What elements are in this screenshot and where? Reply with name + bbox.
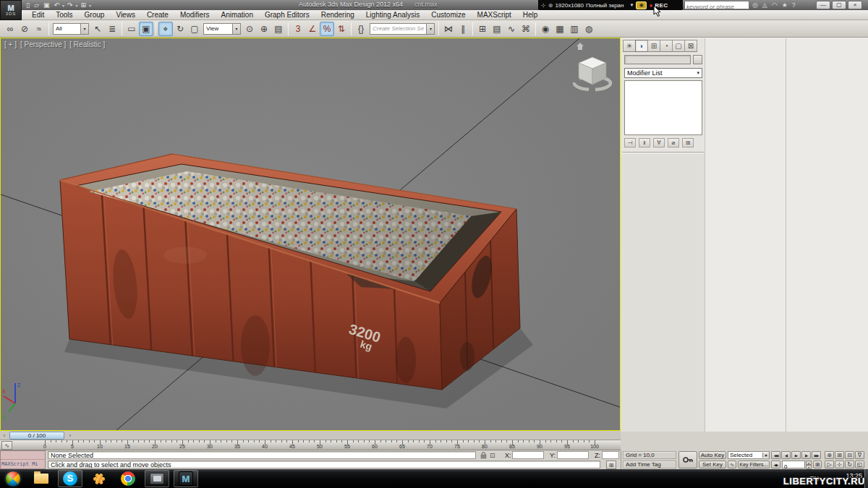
select-and-scale-button[interactable]: ▢	[187, 22, 202, 36]
menu-edit[interactable]: Edit	[26, 10, 50, 20]
pan-button[interactable]: ⊹	[835, 461, 844, 468]
spinner-snap-button[interactable]: ⇅	[334, 22, 349, 36]
menu-customize[interactable]: Customize	[425, 10, 471, 20]
undo-button[interactable]: ↶	[52, 1, 61, 9]
absolute-offset-toggle[interactable]: ⊡	[490, 452, 495, 459]
schematic-view-button[interactable]: ⌘	[519, 22, 533, 36]
add-time-tag[interactable]: Add Time Tag	[623, 461, 676, 468]
align-button[interactable]: ∥	[456, 22, 470, 36]
tab-create[interactable]: ☀	[623, 40, 636, 52]
auto-key-button[interactable]: Auto Key	[699, 451, 726, 459]
key-filters-button[interactable]: Key Filters...	[738, 461, 770, 468]
menu-group[interactable]: Group	[79, 10, 111, 20]
track-bar[interactable]: ∿ 05101520253035404550556065707580859095…	[0, 440, 621, 450]
select-and-rotate-button[interactable]: ↻	[173, 22, 187, 36]
taskbar-skype-icon[interactable]: S	[58, 470, 82, 487]
curve-editor-button[interactable]: ∿	[504, 22, 519, 36]
maximize-viewport-button[interactable]: ◱	[855, 461, 864, 468]
recorder-mode-dropdown[interactable]: Полный экран ▼	[586, 2, 634, 9]
tab-modify[interactable]: ◗	[635, 40, 648, 52]
menu-modifiers[interactable]: Modifiers	[174, 10, 216, 20]
tab-motion[interactable]: ◔	[660, 40, 673, 52]
recorder-zoom-icon[interactable]: ⊕	[548, 2, 553, 9]
frame-spinner[interactable]: ▴▾	[806, 461, 812, 468]
keyboard-override-toggle[interactable]: ▤	[271, 22, 286, 36]
render-button[interactable]: ◍	[582, 22, 596, 36]
zoom-all-button[interactable]: ⊞	[835, 451, 844, 459]
tab-hierarchy[interactable]: ⊞	[647, 40, 660, 52]
ribbon-toggle-button[interactable]: ▤	[490, 22, 504, 36]
viewcube[interactable]	[574, 57, 610, 90]
go-to-start-button[interactable]: ◀◀	[771, 451, 780, 459]
project-folder-button-dropdown[interactable]: ▾	[89, 3, 91, 8]
selection-lock-icon[interactable]	[480, 452, 487, 459]
maxscript-mini-listener[interactable]: MAXScript Mi	[0, 450, 46, 469]
grid-toggle-icon[interactable]: ⊞	[606, 461, 616, 469]
remove-modifier-button[interactable]: ⌀	[668, 138, 679, 147]
start-button[interactable]	[5, 471, 21, 487]
default-in-out-tangents-button[interactable]: ∿	[728, 461, 736, 468]
current-frame-field[interactable]	[782, 461, 805, 468]
mini-curve-editor-button[interactable]: ∿	[1, 441, 12, 450]
taskbar-3dsmax-icon[interactable]: M	[174, 470, 198, 487]
search-input[interactable]	[685, 4, 749, 11]
open-file-button[interactable]: ▱	[33, 1, 41, 9]
viewport-general-menu[interactable]: [ + ]	[4, 40, 17, 48]
pin-stack-button[interactable]: ⊣	[624, 138, 636, 147]
zoom-extents-button[interactable]: ⊟	[845, 451, 854, 459]
field-of-view-button[interactable]: ▷	[825, 461, 834, 468]
time-slider-prev-arrow[interactable]: ‹	[1, 432, 8, 440]
object-name-field[interactable]	[624, 55, 691, 64]
show-end-result-button[interactable]: ‖	[639, 138, 650, 147]
undo-button-dropdown[interactable]: ▾	[62, 3, 64, 8]
menu-tools[interactable]: Tools	[50, 10, 78, 20]
dumpster-object[interactable]: 3200 kg	[60, 154, 533, 408]
menu-lighting-analysis[interactable]: Lighting Analysis	[360, 10, 426, 20]
menu-views[interactable]: Views	[110, 10, 141, 20]
project-folder-button[interactable]: ⊞	[80, 1, 88, 9]
select-object-button[interactable]: ↖	[90, 22, 105, 36]
application-menu-button[interactable]: M 3DS	[0, 0, 22, 20]
use-pivot-center-button[interactable]: ⊙	[242, 22, 257, 36]
menu-graph-editors[interactable]: Graph Editors	[259, 10, 315, 20]
window-crossing-toggle[interactable]: ▣	[139, 22, 153, 36]
layer-manager-button[interactable]: ⊞	[475, 22, 490, 36]
x-coordinate-field[interactable]	[512, 451, 544, 459]
close-button[interactable]: ×	[848, 1, 862, 9]
orbit-button[interactable]: ↻	[845, 461, 854, 468]
time-slider-next-arrow[interactable]: ›	[67, 432, 74, 440]
rendered-frame-button[interactable]: ▥	[567, 22, 582, 36]
time-configuration-button[interactable]: ⊞	[813, 461, 822, 468]
zoom-extents-all-button[interactable]: ∇	[855, 451, 864, 459]
selection-filter-dropdown[interactable]: All▾	[53, 23, 89, 35]
redo-button-dropdown[interactable]: ▾	[76, 3, 78, 8]
angle-snap-button[interactable]: ∠	[305, 22, 320, 36]
make-unique-button[interactable]: ∀	[653, 138, 665, 147]
previous-frame-button[interactable]: ◀|	[781, 451, 791, 459]
named-selection-sets-button[interactable]: {}	[354, 22, 368, 36]
key-mode-dropdown[interactable]: Selected ▾	[728, 451, 770, 459]
menu-create[interactable]: Create	[141, 10, 174, 20]
bind-to-space-warp-button[interactable]: ≈	[32, 22, 46, 36]
zoom-button[interactable]: ⊕	[825, 451, 834, 459]
z-coordinate-field[interactable]	[602, 451, 619, 459]
taskbar-gamepad-icon[interactable]	[87, 470, 111, 487]
snaps-toggle-button[interactable]: 3	[291, 22, 305, 36]
y-coordinate-field[interactable]	[557, 451, 589, 459]
search-icon[interactable]: ◎	[752, 1, 758, 9]
recorder-move-icon[interactable]: ⊹	[541, 2, 546, 9]
select-and-link-button[interactable]: ∞	[3, 22, 17, 36]
communication-center-icon[interactable]: ◠	[772, 1, 778, 9]
modifier-list-dropdown[interactable]: Modifier List ▾	[624, 68, 702, 78]
next-frame-button[interactable]: |▶	[801, 451, 811, 459]
select-and-move-button[interactable]: ⌖	[158, 22, 173, 36]
key-mode-toggle-button[interactable]: ◀▶	[771, 461, 780, 468]
selection-set-dropdown[interactable]: Create Selection Se▾	[370, 23, 435, 35]
redo-button[interactable]: ↷	[66, 1, 75, 9]
selection-region-button[interactable]: ▭	[124, 22, 139, 36]
favorites-icon[interactable]: ★	[782, 1, 788, 9]
advanced-search-icon[interactable]: ◬	[762, 1, 767, 9]
taskbar-recorder-icon[interactable]	[145, 470, 169, 487]
menu-maxscript[interactable]: MAXScript	[472, 10, 517, 20]
mirror-button[interactable]: ⋈	[441, 22, 456, 36]
